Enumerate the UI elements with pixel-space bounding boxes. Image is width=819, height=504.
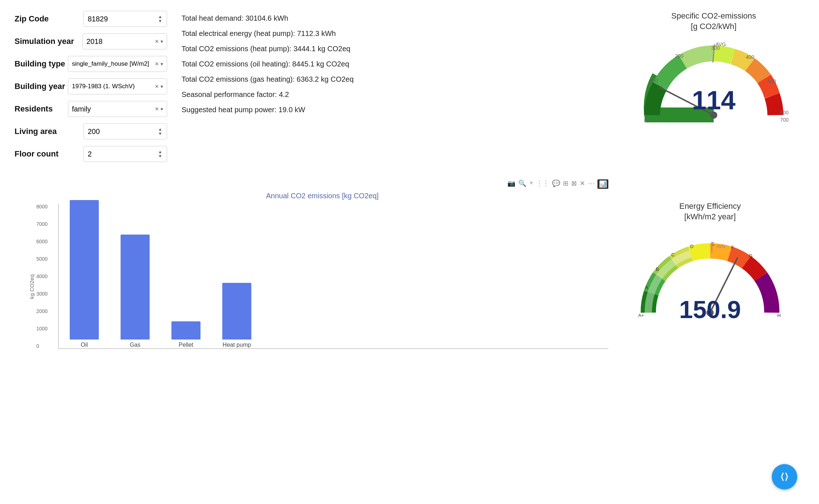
y-axis-title: kg CO2eq xyxy=(29,275,35,299)
stat-co2-oil: Total CO2 emissions (oil heating): 8445.… xyxy=(182,57,608,71)
svg-text:600: 600 xyxy=(780,110,789,115)
bar-pellet-label: Pellet xyxy=(179,342,193,348)
residents-label: Residents xyxy=(15,104,68,114)
bar-chart-panel: 📷 🔍 + ⋮⋮ 💬 ⊞ ⊠ ✕ ⋯ 📊 Annual CO2 emission… xyxy=(15,179,608,363)
floor-count-row: Floor count ▲ ▼ xyxy=(15,146,167,162)
svg-text:200: 200 xyxy=(675,53,684,59)
building-type-input[interactable] xyxy=(72,60,152,68)
chart-toolbar[interactable]: 📷 🔍 + ⋮⋮ 💬 ⊞ ⊠ ✕ ⋯ 📊 xyxy=(36,179,608,189)
floor-count-input-wrapper[interactable]: ▲ ▼ xyxy=(84,146,167,162)
svg-text:100: 100 xyxy=(649,78,658,84)
bar-oil-label: Oil xyxy=(81,342,88,348)
toolbar-close-icon[interactable]: ✕ xyxy=(580,179,585,189)
building-year-dropdown[interactable]: ▾ xyxy=(161,84,163,89)
co2-gauge-wrapper: AVG 0 100 200 300 400 500 600 700 xyxy=(630,35,797,122)
floor-count-spinner[interactable]: ▲ ▼ xyxy=(157,150,163,158)
svg-text:500: 500 xyxy=(767,78,776,84)
living-area-input[interactable] xyxy=(88,127,153,136)
svg-text:A: A xyxy=(645,285,648,290)
svg-text:F: F xyxy=(731,245,734,250)
simulation-year-controls[interactable]: ✕ ▾ xyxy=(155,38,163,44)
building-year-label: Building year xyxy=(15,82,68,91)
building-type-controls[interactable]: ✕ ▾ xyxy=(155,61,163,67)
building-year-input[interactable] xyxy=(72,83,152,90)
residents-clear[interactable]: ✕ xyxy=(155,106,159,112)
stats-block: Total heat demand: 30104.6 kWh Total ele… xyxy=(182,11,608,117)
toolbar-box1-icon[interactable]: ⊞ xyxy=(563,179,568,189)
residents-input[interactable] xyxy=(72,105,152,113)
building-year-clear[interactable]: ✕ xyxy=(155,84,159,89)
bar-gas-label: Gas xyxy=(130,342,140,348)
simulation-year-label: Simulation year xyxy=(15,37,82,46)
energy-gauge-title: Energy Efficiency [kWh/m2 year] xyxy=(679,201,741,222)
bar-pellet-rect xyxy=(171,321,200,340)
living-area-input-wrapper[interactable]: ▲ ▼ xyxy=(84,123,167,139)
simulation-year-row: Simulation year ✕ ▾ xyxy=(15,33,167,49)
living-area-down[interactable]: ▼ xyxy=(157,131,163,136)
svg-text:0: 0 xyxy=(644,118,647,122)
toolbar-chart-icon[interactable]: 📊 xyxy=(597,179,608,189)
bottom-section: 📷 🔍 + ⋮⋮ 💬 ⊞ ⊠ ✕ ⋯ 📊 Annual CO2 emission… xyxy=(0,179,819,378)
bar-heat-pump-rect xyxy=(222,283,251,340)
form-panel: Zip Code ▲ ▼ Simulation year ✕ ▾ Buildin… xyxy=(15,11,167,168)
floor-count-down[interactable]: ▼ xyxy=(157,154,163,158)
building-year-input-wrapper[interactable]: ✕ ▾ xyxy=(68,78,167,94)
co2-gauge-panel: Specific CO2-emissions [g CO2/kWh] xyxy=(623,11,804,168)
living-area-label: Living area xyxy=(15,127,84,136)
zip-code-label: Zip Code xyxy=(15,14,84,24)
simulation-year-dropdown[interactable]: ▾ xyxy=(161,38,163,44)
bar-oil: Oil xyxy=(70,200,99,348)
svg-text:300: 300 xyxy=(711,45,720,51)
residents-row: Residents ✕ ▾ xyxy=(15,101,167,117)
zip-code-spinner[interactable]: ▲ ▼ xyxy=(157,15,163,23)
living-area-row: Living area ▲ ▼ xyxy=(15,123,167,139)
floor-count-input[interactable] xyxy=(88,150,153,158)
co2-gauge-container: Specific CO2-emissions [g CO2/kWh] xyxy=(627,11,801,122)
stat-heat-demand: Total heat demand: 30104.6 kWh xyxy=(182,11,608,25)
living-area-spinner[interactable]: ▲ ▼ xyxy=(157,127,163,136)
building-type-input-wrapper[interactable]: ✕ ▾ xyxy=(68,56,167,72)
bar-heat-pump: Heat pump xyxy=(222,283,251,348)
building-type-clear[interactable]: ✕ xyxy=(155,61,159,67)
toolbar-comment-icon[interactable]: 💬 xyxy=(552,179,560,189)
energy-gauge-panel: Energy Efficiency [kWh/m2 year] xyxy=(623,179,804,363)
energy-gauge-container: Energy Efficiency [kWh/m2 year] xyxy=(623,201,797,327)
floor-count-label: Floor count xyxy=(15,149,84,159)
simulation-year-clear[interactable]: ✕ xyxy=(155,38,159,44)
svg-text:C: C xyxy=(671,252,674,257)
toolbar-plus-icon[interactable]: + xyxy=(529,179,533,189)
toolbar-grid-icon[interactable]: ⋮⋮ xyxy=(536,179,549,189)
toolbar-zoom-icon[interactable]: 🔍 xyxy=(518,179,526,189)
stat-co2-gas: Total CO2 emissions (gas heating): 6363.… xyxy=(182,72,608,86)
svg-text:400: 400 xyxy=(746,54,754,60)
bar-oil-rect xyxy=(70,200,99,340)
toolbar-camera-icon[interactable]: 📷 xyxy=(507,179,515,189)
svg-text:B: B xyxy=(656,267,659,272)
svg-text:H: H xyxy=(777,313,781,318)
svg-text:A+: A+ xyxy=(638,313,644,318)
bar-chart-area: Oil Gas Pellet Heat pump xyxy=(58,204,608,349)
toolbar-box2-icon[interactable]: ⊠ xyxy=(571,179,577,189)
bar-heat-pump-label: Heat pump xyxy=(223,342,251,348)
zip-code-input[interactable] xyxy=(88,15,153,23)
building-year-controls[interactable]: ✕ ▾ xyxy=(155,84,163,89)
zip-code-row: Zip Code ▲ ▼ xyxy=(15,11,167,27)
simulation-year-input-wrapper[interactable]: ✕ ▾ xyxy=(82,33,167,49)
svg-text:D: D xyxy=(690,244,693,249)
nav-button[interactable] xyxy=(772,464,797,489)
simulation-year-input[interactable] xyxy=(86,37,152,46)
energy-gauge-value: 150.9 xyxy=(679,295,741,324)
building-type-dropdown[interactable]: ▾ xyxy=(161,61,163,67)
toolbar-dots-icon[interactable]: ⋯ xyxy=(588,179,595,189)
zip-code-down[interactable]: ▼ xyxy=(157,19,163,23)
stat-electrical-energy: Total electrical energy (heat pump): 711… xyxy=(182,26,608,41)
svg-text:AVG: AVG xyxy=(717,244,725,249)
co2-gauge-title: Specific CO2-emissions [g CO2/kWh] xyxy=(671,11,756,32)
stat-co2-heat-pump: Total CO2 emissions (heat pump): 3444.1 … xyxy=(182,41,608,56)
residents-controls[interactable]: ✕ ▾ xyxy=(155,106,163,112)
stat-seasonal-perf: Seasonal performance factor: 4.2 xyxy=(182,87,608,102)
residents-input-wrapper[interactable]: ✕ ▾ xyxy=(68,101,167,117)
residents-dropdown[interactable]: ▾ xyxy=(161,106,163,112)
building-year-row: Building year ✕ ▾ xyxy=(15,78,167,94)
zip-code-input-wrapper[interactable]: ▲ ▼ xyxy=(84,11,167,27)
